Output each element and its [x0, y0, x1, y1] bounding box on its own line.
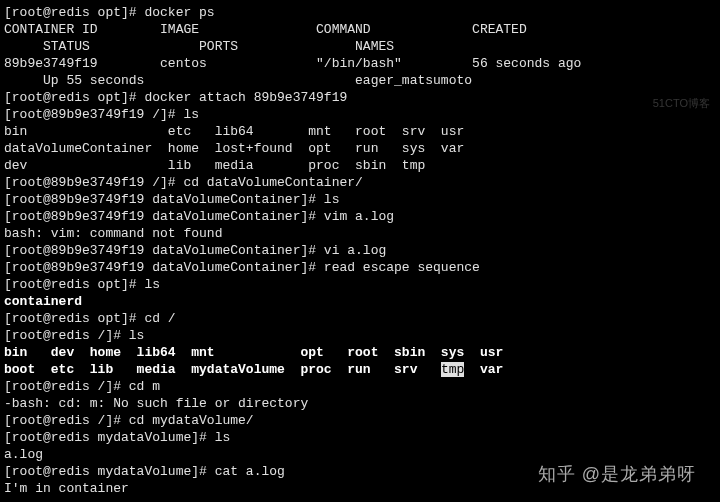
terminal-segment: bin etc lib64 mnt root srv usr [4, 124, 464, 139]
terminal-segment: var [464, 362, 503, 377]
terminal-segment: STATUS PORTS NAMES [4, 39, 394, 54]
terminal-segment: containerd [4, 294, 82, 309]
terminal-line: dataVolumeContainer home lost+found opt … [4, 141, 464, 156]
terminal-line: STATUS PORTS NAMES [4, 39, 394, 54]
terminal-segment: CONTAINER ID IMAGE COMMAND CREATED [4, 22, 527, 37]
terminal-segment: tmp [441, 362, 464, 377]
terminal-line: [root@redis /]# cd m [4, 379, 160, 394]
terminal-segment: 89b9e3749f19 centos "/bin/bash" 56 secon… [4, 56, 581, 71]
terminal-segment: [root@redis mydataVolume]# cat a.log [4, 464, 285, 479]
terminal-line: dev lib media proc sbin tmp [4, 158, 425, 173]
terminal-segment: [root@redis opt]# cd / [4, 311, 176, 326]
terminal-line: [root@89b9e3749f19 dataVolumeContainer]#… [4, 209, 394, 224]
terminal-segment: -bash: cd: m: No such file or directory [4, 396, 308, 411]
terminal-segment: [root@redis opt]# ls [4, 277, 160, 292]
terminal-segment: [root@redis opt]# docker ps [4, 5, 215, 20]
terminal-line: boot etc lib media mydataVolume proc run… [4, 362, 503, 377]
terminal-segment: dataVolumeContainer home lost+found opt … [4, 141, 464, 156]
terminal-line: [root@89b9e3749f19 dataVolumeContainer]#… [4, 192, 339, 207]
terminal-segment: I'm in container [4, 481, 129, 496]
terminal-segment: dev lib media proc sbin tmp [4, 158, 425, 173]
terminal-line: [root@redis /]# cd mydataVolume/ [4, 413, 254, 428]
terminal-segment: [root@89b9e3749f19 /]# ls [4, 107, 199, 122]
terminal-line: [root@redis opt]# cd / [4, 311, 176, 326]
terminal-line: Up 55 seconds eager_matsumoto [4, 73, 472, 88]
terminal-segment: [root@89b9e3749f19 dataVolumeContainer]#… [4, 192, 339, 207]
terminal-line: bin etc lib64 mnt root srv usr [4, 124, 464, 139]
terminal-segment: bin dev home lib64 mnt opt root sbin sys… [4, 345, 503, 360]
terminal-line: [root@89b9e3749f19 /]# ls [4, 107, 199, 122]
terminal-line: [root@89b9e3749f19 dataVolumeContainer]#… [4, 260, 480, 275]
terminal-line: [root@redis opt]# ls [4, 277, 160, 292]
terminal-segment: [root@redis /]# cd m [4, 379, 160, 394]
terminal-line: [root@89b9e3749f19 dataVolumeContainer]#… [4, 243, 386, 258]
terminal-segment: [root@89b9e3749f19 dataVolumeContainer]#… [4, 209, 394, 224]
terminal-output[interactable]: [root@redis opt]# docker ps CONTAINER ID… [0, 0, 720, 497]
terminal-segment: [root@redis opt]# docker attach 89b9e374… [4, 90, 347, 105]
terminal-line: [root@89b9e3749f19 /]# cd dataVolumeCont… [4, 175, 363, 190]
terminal-segment: Up 55 seconds eager_matsumoto [4, 73, 472, 88]
terminal-line: I'm in container [4, 481, 129, 496]
terminal-segment: [root@redis /]# ls [4, 328, 144, 343]
terminal-segment: [root@redis /]# cd mydataVolume/ [4, 413, 254, 428]
terminal-segment: bash: vim: command not found [4, 226, 222, 241]
terminal-line: [root@redis mydataVolume]# ls [4, 430, 230, 445]
terminal-line: CONTAINER ID IMAGE COMMAND CREATED [4, 22, 527, 37]
terminal-segment: [root@89b9e3749f19 dataVolumeContainer]#… [4, 243, 386, 258]
terminal-segment: a.log [4, 447, 43, 462]
terminal-line: containerd [4, 294, 82, 309]
terminal-line: [root@redis /]# ls [4, 328, 144, 343]
terminal-line: 89b9e3749f19 centos "/bin/bash" 56 secon… [4, 56, 581, 71]
terminal-line: bash: vim: command not found [4, 226, 222, 241]
terminal-line: [root@redis mydataVolume]# cat a.log [4, 464, 285, 479]
terminal-segment: [root@redis mydataVolume]# ls [4, 430, 230, 445]
terminal-line: [root@redis opt]# docker attach 89b9e374… [4, 90, 347, 105]
terminal-line: [root@redis opt]# docker ps [4, 5, 215, 20]
terminal-segment: [root@89b9e3749f19 /]# cd dataVolumeCont… [4, 175, 363, 190]
terminal-line: a.log [4, 447, 43, 462]
terminal-line: bin dev home lib64 mnt opt root sbin sys… [4, 345, 503, 360]
terminal-segment: [root@89b9e3749f19 dataVolumeContainer]#… [4, 260, 480, 275]
terminal-line: -bash: cd: m: No such file or directory [4, 396, 308, 411]
terminal-segment: boot etc lib media mydataVolume proc run… [4, 362, 441, 377]
